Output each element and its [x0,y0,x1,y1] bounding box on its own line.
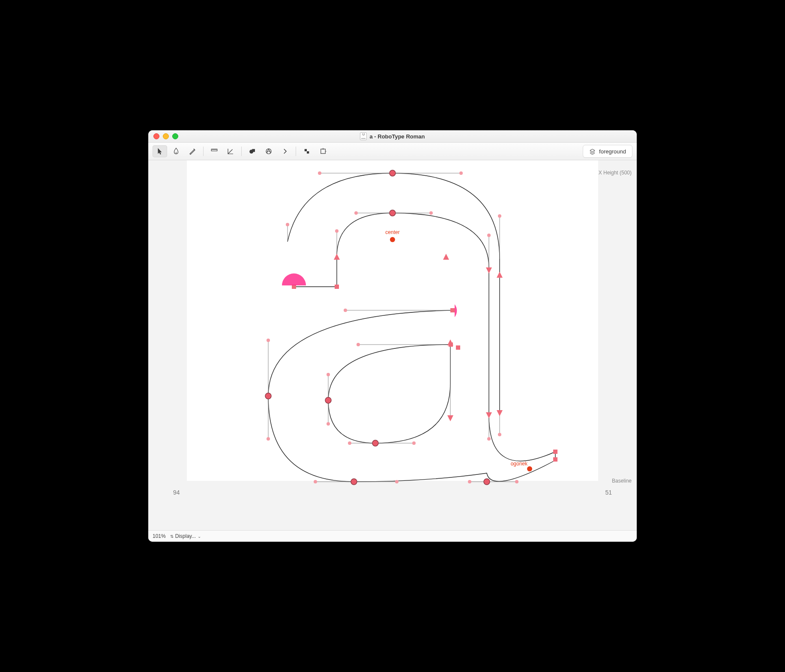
anchor-ogonek-dot [527,466,532,471]
anchor-center-dot [390,237,395,242]
x-height-label: X Height (500) [599,170,632,176]
top-contour [288,173,500,413]
svg-point-50 [357,343,360,346]
svg-point-57 [372,440,378,446]
shape-icon [249,147,256,155]
svg-rect-71 [449,342,453,347]
tool-pen[interactable] [169,145,183,157]
toolbar-separator [296,147,296,156]
svg-marker-60 [334,254,340,260]
svg-point-37 [498,214,501,218]
svg-rect-74 [553,457,557,462]
tool-shape[interactable] [245,145,260,157]
tool-arrow[interactable] [153,145,167,157]
close-button[interactable] [153,133,159,139]
bounds-icon [319,147,327,155]
left-sidebearing-value: 94 [173,489,180,496]
anchor-ogonek-label: ogonek [511,461,528,467]
display-mode-selector[interactable]: ⇅ Display... ⌄ [170,533,201,539]
svg-point-40 [267,437,270,441]
svg-marker-64 [447,339,453,345]
svg-rect-4 [307,151,309,153]
zoom-button[interactable] [172,133,178,139]
svg-point-33 [429,211,433,215]
ruler-icon [210,147,218,155]
ufo-file-icon [360,132,367,140]
svg-marker-63 [497,272,503,278]
svg-point-30 [318,171,321,175]
zoom-level[interactable]: 101% [153,533,166,539]
handles-group [268,173,517,482]
svg-point-52 [498,433,501,436]
svg-point-55 [265,393,271,399]
svg-point-53 [390,170,395,176]
anchor-center-label: center [385,229,399,235]
svg-point-34 [286,223,289,226]
svg-marker-67 [497,410,503,416]
svg-point-51 [487,437,491,441]
tool-compass[interactable] [261,145,276,157]
tool-knife[interactable] [185,145,200,157]
chevron-right-icon [281,147,289,155]
pen-icon [172,147,180,155]
minimize-button[interactable] [163,133,169,139]
svg-point-35 [335,229,339,233]
svg-rect-69 [335,285,339,289]
knife-icon [189,147,196,155]
svg-marker-65 [447,415,453,421]
svg-rect-73 [553,450,557,454]
updown-icon: ⇅ [170,534,174,539]
svg-rect-3 [305,149,307,151]
arrow-icon [156,147,164,155]
layer-label: foreground [599,148,626,155]
layer-selector[interactable]: foreground [583,145,632,158]
tool-bounds[interactable] [316,145,330,157]
svg-point-54 [390,210,395,216]
svg-point-48 [348,441,351,445]
tool-angle[interactable] [223,145,238,157]
window-title-text: a - RoboType Roman [369,133,425,140]
glyph-outline: center ogonek [187,160,598,530]
tool-checker[interactable] [300,145,314,157]
off-curve-points [267,171,518,483]
svg-point-39 [267,339,270,342]
below-baseline-region [148,481,637,530]
tool-next[interactable] [278,145,292,157]
angle-icon [227,147,234,155]
right-sidebearing-region [598,160,637,530]
baseline-label: Baseline [612,478,632,484]
traffic-lights [148,133,178,139]
tangent-points [334,254,503,421]
svg-point-36 [487,234,491,237]
left-sidebearing-region [148,160,187,530]
display-mode-label: Display... [175,533,196,539]
glyph-canvas[interactable]: X Height (500) Baseline 94 51 [148,160,637,530]
svg-point-46 [327,373,330,376]
svg-marker-62 [486,267,492,273]
toolbar-separator [203,147,204,156]
titlebar: a - RoboType Roman [148,130,637,143]
svg-point-31 [459,171,463,175]
checker-icon [303,147,311,155]
svg-point-47 [327,422,330,426]
svg-point-49 [412,441,416,445]
toolbar-separator [241,147,242,156]
statusbar: 101% ⇅ Display... ⌄ [148,530,637,542]
svg-point-32 [354,211,358,215]
svg-marker-61 [443,254,449,260]
toolbar: foreground [148,143,637,160]
svg-rect-68 [292,285,296,289]
svg-marker-66 [486,412,492,418]
window-title: a - RoboType Roman [148,132,637,140]
layers-icon [589,148,596,155]
svg-rect-70 [450,308,455,312]
counter-contour [328,345,450,443]
app-window: a - RoboType Roman [148,130,637,542]
svg-rect-1 [252,149,255,152]
on-curve-smooth-points [265,170,490,485]
svg-point-56 [325,397,331,403]
chevron-down-icon: ⌄ [198,534,201,539]
corner-points [292,285,557,462]
tool-ruler[interactable] [207,145,222,157]
anchors: center ogonek [385,229,532,471]
